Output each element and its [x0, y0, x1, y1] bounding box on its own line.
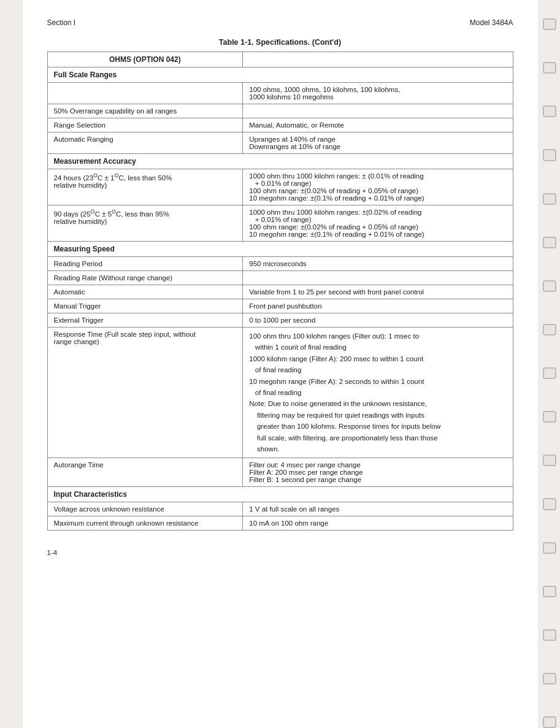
binding-hole — [543, 498, 556, 510]
binding-hole — [543, 237, 556, 248]
binding-hole — [543, 411, 556, 423]
table-row: Measurement Accuracy — [47, 154, 513, 169]
cell-left: Automatic — [47, 285, 243, 299]
cell-right: Upranges at 140% of rangeDownranges at 1… — [243, 132, 513, 154]
binding-hole — [543, 367, 556, 379]
cell-right: 1000 ohm thru 1000 kilohm ranges: ±(0.02… — [243, 205, 513, 242]
cell-left: Range Selection — [47, 118, 243, 132]
cell-left: Response Time (Full scale step input, wi… — [47, 328, 243, 458]
table-row: 24 hours (23OC ± 1OC, less than 50%relat… — [47, 169, 513, 205]
model-label: Model 3484A — [470, 18, 513, 27]
cell-left: Manual Trigger — [47, 299, 243, 313]
table-row: Reading Period 950 microseconds — [47, 257, 513, 271]
table-row: External Trigger 0 to 1000 per second — [47, 313, 513, 328]
cell-right: 950 microseconds — [243, 257, 513, 271]
cell-right: 0 to 1000 per second — [243, 313, 513, 328]
cell-right: Manual, Automatic, or Remote — [243, 118, 513, 132]
binding-hole — [543, 193, 556, 205]
section-input-characteristics: Input Characteristics — [47, 487, 513, 502]
page: Section I Model 3484A Table 1-1. Specifi… — [23, 0, 538, 728]
table-row: Full Scale Ranges — [47, 67, 513, 83]
cell-right: 1 V at full scale on all ranges — [243, 502, 513, 516]
cell-left: Reading Period — [47, 257, 243, 271]
table-row: Autorange Time Filter out: 4 msec per ra… — [47, 458, 513, 487]
spec-table: OHMS (OPTION 042) Full Scale Ranges 100 … — [47, 52, 513, 531]
binding-hole — [543, 454, 556, 466]
table-title: Table 1-1. Specifications. (Cont'd) — [47, 38, 513, 47]
binding-hole — [543, 324, 556, 335]
table-row: 50% Overrange capability on all ranges — [47, 104, 513, 118]
cell-right: 100 ohm thru 100 kilohm ranges (Filter o… — [243, 328, 513, 458]
page-header: Section I Model 3484A — [47, 18, 513, 27]
binding-hole — [543, 62, 556, 74]
binding-hole — [543, 105, 556, 117]
cell-right — [243, 104, 513, 118]
binding-hole — [543, 542, 556, 554]
table-row: Input Characteristics — [47, 487, 513, 502]
table-row: 90 days (25OC ± 5OC, less than 95%relati… — [47, 205, 513, 242]
table-row: Measuring Speed — [47, 242, 513, 257]
table-row: 100 ohms, 1000 ohms, 10 kilohms, 100 kil… — [47, 83, 513, 104]
table-row: Automatic Ranging Upranges at 140% of ra… — [47, 132, 513, 154]
table-row: Voltage across unknown resistance 1 V at… — [47, 502, 513, 516]
cell-right: Filter out: 4 msec per range changeFilte… — [243, 458, 513, 487]
cell-right: Front panel pushbutton — [243, 299, 513, 313]
cell-left: External Trigger — [47, 313, 243, 328]
cell-left: 90 days (25OC ± 5OC, less than 95%relati… — [47, 205, 243, 242]
cell-left: Voltage across unknown resistance — [47, 502, 243, 516]
cell-left: Automatic Ranging — [47, 132, 243, 154]
cell-right — [243, 271, 513, 285]
binding-hole — [543, 673, 556, 684]
binding-hole — [543, 18, 556, 30]
section-full-scale-ranges: Full Scale Ranges — [47, 67, 513, 83]
cell-right: 100 ohms, 1000 ohms, 10 kilohms, 100 kil… — [243, 83, 513, 104]
section-label: Section I — [47, 18, 76, 27]
cell-left: 50% Overrange capability on all ranges — [47, 104, 243, 118]
cell-right: 10 mA on 100 ohm range — [243, 516, 513, 531]
cell-left: Reading Rate (Without range change) — [47, 271, 243, 285]
binding-hole — [543, 716, 556, 728]
cell-left: Autorange Time — [47, 458, 243, 487]
cell-right: 1000 ohm thru 1000 kilohm ranges: ± (0.0… — [243, 169, 513, 205]
table-row: Automatic Variable from 1 to 25 per seco… — [47, 285, 513, 299]
binding-hole — [543, 149, 556, 161]
table-row: Manual Trigger Front panel pushbutton — [47, 299, 513, 313]
section-measurement-accuracy: Measurement Accuracy — [47, 154, 513, 169]
table-row: Range Selection Manual, Automatic, or Re… — [47, 118, 513, 132]
col1-header: OHMS (OPTION 042) — [47, 52, 243, 67]
cell-left — [47, 83, 243, 104]
cell-left: Maximum current through unknown resistan… — [47, 516, 243, 531]
table-row: Maximum current through unknown resistan… — [47, 516, 513, 531]
table-row: Response Time (Full scale step input, wi… — [47, 328, 513, 458]
section-measuring-speed: Measuring Speed — [47, 242, 513, 257]
page-number: 1-4 — [47, 549, 58, 556]
spiral-binding — [539, 0, 560, 728]
page-footer: 1-4 — [47, 549, 513, 556]
cell-left: 24 hours (23OC ± 1OC, less than 50%relat… — [47, 169, 243, 205]
table-row: Reading Rate (Without range change) — [47, 271, 513, 285]
binding-hole — [543, 280, 556, 292]
binding-hole — [543, 629, 556, 641]
cell-right: Variable from 1 to 25 per second with fr… — [243, 285, 513, 299]
col2-header — [243, 52, 513, 67]
binding-hole — [543, 586, 556, 597]
